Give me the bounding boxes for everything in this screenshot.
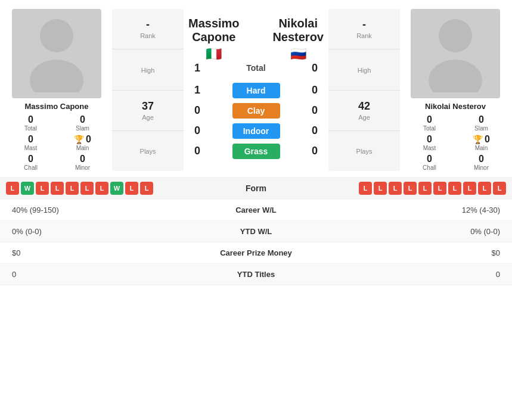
left-player-stats: 0 Total 0 Slam 0 Mast 🏆 0 [6, 114, 107, 171]
left-total-label: Total [6, 125, 55, 132]
grass-left: 0 [188, 145, 206, 157]
form-badge-l: L [448, 182, 461, 195]
right-chall-value: 0 [405, 154, 454, 164]
hard-right: 0 [306, 84, 324, 97]
right-player-card: Nikolai Nesterov 0 Total 0 Slam 0 Mast 🏆 [405, 9, 506, 171]
stats-center-2: Career Prize Money [131, 248, 381, 257]
left-stat-total: 0 Total [6, 114, 55, 132]
right-chall-label: Chall [405, 164, 454, 171]
stats-right-0: 12% (4-30) [381, 206, 500, 214]
hard-left: 1 [188, 84, 206, 97]
form-badge-l: L [140, 182, 153, 195]
right-high-label: High [358, 67, 371, 74]
stats-row-1: 0% (0-0) YTD W/L 0% (0-0) [0, 221, 512, 242]
hard-badge: Hard [232, 83, 280, 98]
form-badge-l: L [125, 182, 138, 195]
right-avatar [411, 9, 500, 98]
left-player-card: Massimo Capone 0 Total 0 Slam 0 Mast [6, 9, 107, 171]
stats-center-0: Career W/L [131, 206, 381, 214]
left-stat-slam: 0 Slam [58, 114, 107, 132]
right-rank-label: Rank [356, 32, 372, 39]
left-rank-label: Rank [140, 32, 156, 39]
right-slam-label: Slam [457, 125, 506, 132]
player-headers: MassimoCapone 🇮🇹 NikolaiNesterov 🇷🇺 [188, 17, 324, 62]
form-badge-l: L [433, 182, 446, 195]
left-total-value: 0 [6, 114, 55, 125]
right-mast-label: Mast [405, 145, 454, 151]
stats-center-1: YTD W/L [131, 227, 381, 236]
left-main-value: 🏆 0 [58, 134, 107, 145]
stats-center-3: YTD Titles [131, 270, 381, 279]
left-header-name: MassimoCapone [188, 17, 240, 44]
left-mast-value: 0 [6, 134, 55, 145]
left-age-value: 37 [142, 100, 154, 113]
left-stat-minor: 0 Minor [58, 154, 107, 171]
left-header: MassimoCapone 🇮🇹 [188, 17, 240, 62]
clay-left: 0 [188, 104, 206, 117]
form-badge-l: L [95, 182, 108, 195]
right-rank-value: - [362, 18, 366, 31]
right-stat-slam: 0 Slam [457, 114, 506, 132]
right-stat-chall: 0 Chall [405, 154, 454, 171]
left-stat-mast: 0 Mast [6, 134, 55, 151]
right-plays-label: Plays [356, 148, 373, 155]
right-form-badges: LLLLLLLLLL [359, 182, 506, 195]
stats-row-0: 40% (99-150) Career W/L 12% (4-30) [0, 200, 512, 221]
svg-point-0 [40, 19, 73, 52]
indoor-left: 0 [188, 125, 206, 137]
left-trophy-icon: 🏆 [74, 135, 84, 144]
left-flag: 🇮🇹 [206, 46, 222, 62]
clay-row: 0 Clay 0 [188, 103, 324, 119]
left-plays-row: Plays [112, 131, 184, 171]
right-minor-label: Minor [457, 164, 506, 171]
right-total-value: 0 [405, 114, 454, 125]
left-minor-label: Minor [58, 164, 107, 171]
left-rank-row: - Rank [112, 9, 184, 49]
stats-left-1: 0% (0-0) [12, 227, 131, 236]
top-section: Massimo Capone 0 Total 0 Slam 0 Mast [0, 0, 512, 177]
left-high-label: High [141, 67, 155, 74]
right-flag: 🇷🇺 [290, 46, 306, 62]
stats-right-1: 0% (0-0) [381, 227, 500, 236]
total-right: 0 [306, 62, 324, 74]
indoor-right: 0 [306, 125, 324, 137]
main-container: Massimo Capone 0 Total 0 Slam 0 Mast [0, 0, 512, 285]
clay-badge: Clay [232, 103, 280, 119]
right-high-row: High [328, 49, 400, 90]
total-row: 1 Total 0 [188, 62, 324, 74]
right-stat-mast: 0 Mast [405, 134, 454, 151]
hard-row: 1 Hard 0 [188, 83, 324, 98]
right-plays-row: Plays [328, 131, 400, 171]
form-title: Form [246, 183, 266, 193]
left-detail-card: - Rank High 37 Age Plays [112, 9, 184, 171]
stats-right-2: $0 [381, 248, 500, 257]
left-chall-label: Chall [6, 164, 55, 171]
form-badge-l: L [66, 182, 79, 195]
indoor-badge: Indoor [232, 123, 280, 139]
right-main-value: 🏆 0 [457, 134, 506, 145]
total-left: 1 [188, 62, 206, 74]
svg-point-3 [429, 60, 482, 92]
form-badge-l: L [36, 182, 49, 195]
bottom-stats: 40% (99-150) Career W/L 12% (4-30) 0% (0… [0, 200, 512, 285]
right-main-label: Main [457, 145, 506, 151]
stats-left-0: 40% (99-150) [12, 206, 131, 214]
left-player-name: Massimo Capone [25, 102, 89, 111]
right-stat-minor: 0 Minor [457, 154, 506, 171]
stats-row-3: 0 YTD Titles 0 [0, 264, 512, 285]
left-chall-value: 0 [6, 154, 55, 164]
right-detail-card: - Rank High 42 Age Plays [328, 9, 400, 171]
right-slam-value: 0 [457, 114, 506, 125]
indoor-row: 0 Indoor 0 [188, 123, 324, 139]
form-badge-l: L [359, 182, 372, 195]
right-mast-value: 0 [405, 134, 454, 145]
left-mast-label: Mast [6, 145, 55, 151]
right-rank-row: - Rank [328, 9, 400, 49]
right-player-name: Nikolai Nesterov [425, 102, 486, 111]
form-badge-l: L [418, 182, 432, 195]
form-section: LWLLLLLWLL Form LLLLLLLLLL [0, 177, 512, 200]
form-badge-l: L [374, 182, 387, 195]
left-age-label: Age [142, 114, 154, 121]
grass-right: 0 [306, 145, 324, 157]
left-age-row: 37 Age [112, 91, 184, 131]
